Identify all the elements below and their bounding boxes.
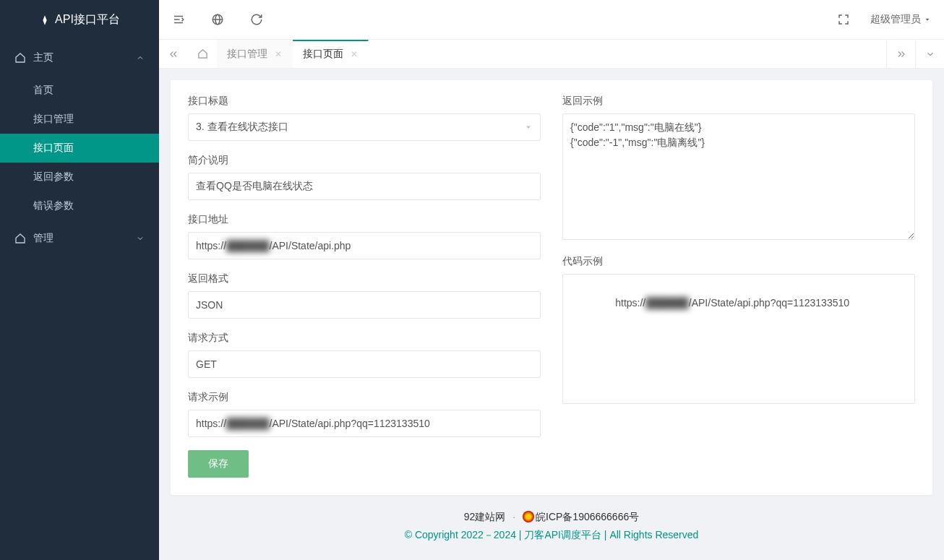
chevron-up-icon (136, 53, 145, 62)
save-button[interactable]: 保存 (188, 450, 249, 478)
user-name: 超级管理员 (870, 13, 921, 26)
close-icon[interactable]: ✕ (351, 49, 358, 59)
close-icon[interactable]: ✕ (275, 49, 282, 59)
input-format[interactable] (188, 291, 541, 319)
menu-toggle-icon[interactable] (172, 13, 185, 26)
globe-icon[interactable] (211, 13, 224, 26)
svg-marker-6 (926, 19, 930, 21)
home-icon (14, 52, 26, 64)
nav-item-home[interactable]: 首页 (0, 76, 159, 105)
home-icon (14, 233, 26, 244)
input-request-example[interactable]: https://██████/API/State/api.php?qq=1123… (188, 410, 541, 437)
input-desc[interactable] (188, 173, 541, 200)
textarea-response-example[interactable] (562, 113, 915, 240)
user-dropdown[interactable]: 超级管理员 (870, 13, 931, 26)
nav-item-error-params[interactable]: 错误参数 (0, 191, 159, 220)
tab-home[interactable] (188, 40, 217, 68)
caret-down-icon (524, 123, 533, 132)
tabs-prev[interactable] (159, 40, 188, 68)
tabs-next[interactable] (886, 40, 915, 68)
tab-label: 接口页面 (303, 48, 343, 61)
nav-group-label: 主页 (33, 51, 53, 64)
nav-item-return-params[interactable]: 返回参数 (0, 163, 159, 191)
tabs-more[interactable] (915, 40, 944, 68)
nav-item-api-manage[interactable]: 接口管理 (0, 105, 159, 134)
nav-group-home[interactable]: 主页 (0, 40, 159, 76)
label-method: 请求方式 (188, 332, 541, 345)
label-response-example: 返回示例 (562, 95, 915, 108)
label-title: 接口标题 (188, 95, 541, 108)
input-method[interactable] (188, 350, 541, 378)
brand-text: API接口平台 (55, 12, 120, 27)
chevron-down-icon (136, 234, 145, 243)
label-url: 接口地址 (188, 213, 541, 226)
textarea-code-example[interactable]: https://██████/API/State/api.php?qq=1123… (562, 274, 915, 404)
caret-down-icon (924, 16, 931, 23)
nav-group-label: 管理 (33, 232, 53, 245)
form-card: 接口标题 3. 查看在线状态接口 简介说明 (171, 80, 932, 495)
label-request-example: 请求示例 (188, 391, 541, 404)
label-code-example: 代码示例 (562, 255, 915, 268)
tabs-bar: 接口管理 ✕ 接口页面 ✕ (159, 40, 944, 69)
label-desc: 简介说明 (188, 154, 541, 167)
select-value: 3. 查看在线状态接口 (196, 121, 288, 134)
select-api-title[interactable]: 3. 查看在线状态接口 (188, 113, 541, 141)
input-url[interactable]: https://██████/API/State/api.php (188, 232, 541, 259)
nav-item-api-page[interactable]: 接口页面 (0, 134, 159, 163)
logo-icon (39, 14, 51, 26)
fullscreen-icon[interactable] (837, 13, 850, 26)
topbar: 超级管理员 (159, 0, 944, 40)
tab-api-page[interactable]: 接口页面 ✕ (293, 40, 369, 68)
tab-label: 接口管理 (227, 48, 267, 61)
logo: API接口平台 (0, 0, 159, 40)
footer-icp-link[interactable]: 皖ICP备1906666666号 (536, 511, 639, 522)
sidebar: API接口平台 主页 首页 接口管理 接口页面 返回参数 错误参数 (0, 0, 159, 560)
nav-group-manage[interactable]: 管理 (0, 220, 159, 257)
footer-site-link[interactable]: 92建站网 (464, 511, 506, 522)
label-format: 返回格式 (188, 272, 541, 285)
police-icon (523, 511, 534, 522)
tab-api-manage[interactable]: 接口管理 ✕ (217, 40, 293, 68)
refresh-icon[interactable] (250, 13, 263, 26)
svg-marker-7 (526, 126, 531, 129)
footer: 92建站网 · 皖ICP备1906666666号 © Copyright 202… (171, 495, 932, 551)
